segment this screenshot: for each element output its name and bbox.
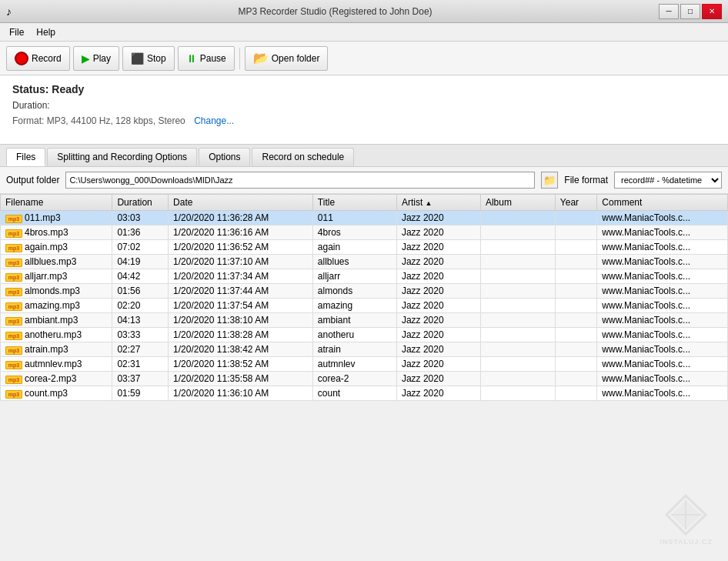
cell-filename: mp3011.mp3 [1,211,112,225]
col-header-album[interactable]: Album [480,195,555,211]
col-header-comment[interactable]: Comment [597,195,728,211]
pause-button[interactable]: ⏸ Pause [178,46,235,71]
cell-filename: mp34bros.mp3 [1,225,112,240]
stop-button[interactable]: ⬛ Stop [122,46,175,71]
cell-year [555,255,597,269]
menu-help[interactable]: Help [30,25,62,39]
cell-comment: www.ManiacTools.c... [597,211,728,225]
mp3-icon: mp3 [5,288,22,296]
cell-comment: www.ManiacTools.c... [597,386,728,401]
cell-filename: mp3ambiant.mp3 [1,313,112,328]
files-toolbar: Output folder 📁 File format record## - %… [0,167,728,194]
cell-comment: www.ManiacTools.c... [597,313,728,328]
cell-artist: Jazz 2020 [396,372,480,386]
mp3-icon: mp3 [5,244,22,252]
cell-artist: Jazz 2020 [396,313,480,328]
tab-options[interactable]: Options [199,148,250,166]
browse-folder-button[interactable]: 📁 [541,172,558,189]
cell-year [555,328,597,342]
stop-label: Stop [147,53,166,64]
minimize-button[interactable]: ─ [659,4,679,19]
cell-title: again [312,240,396,255]
cell-duration: 03:33 [112,328,169,342]
file-format-label: File format [564,175,608,185]
output-folder-label: Output folder [6,175,59,185]
col-header-filename[interactable]: Filename [1,195,112,211]
maximize-button[interactable]: □ [680,4,700,19]
table-row[interactable]: mp3anotheru.mp3 03:33 1/20/2020 11:38:28… [1,328,728,342]
mp3-icon: mp3 [5,390,22,399]
cell-comment: www.ManiacTools.c... [597,269,728,284]
tab-schedule[interactable]: Record on schedule [252,148,354,166]
file-table-body: mp3011.mp3 03:03 1/20/2020 11:36:28 AM 0… [1,211,728,401]
col-header-title[interactable]: Title [312,195,396,211]
table-row[interactable]: mp3almonds.mp3 01:56 1/20/2020 11:37:44 … [1,284,728,299]
cell-duration: 01:59 [112,386,169,401]
record-button[interactable]: Record [6,46,70,71]
cell-date: 1/20/2020 11:37:10 AM [169,255,313,269]
folder-icon: 📂 [253,51,269,65]
table-row[interactable]: mp3011.mp3 03:03 1/20/2020 11:36:28 AM 0… [1,211,728,225]
cell-album [480,372,555,386]
cell-year [555,386,597,401]
col-header-year[interactable]: Year [555,195,597,211]
cell-date: 1/20/2020 11:36:28 AM [169,211,313,225]
mp3-icon: mp3 [5,317,22,326]
cell-title: ambiant [312,313,396,328]
cell-comment: www.ManiacTools.c... [597,342,728,357]
col-header-artist[interactable]: Artist ▲ [396,195,480,211]
table-row[interactable]: mp3again.mp3 07:02 1/20/2020 11:36:52 AM… [1,240,728,255]
record-icon [15,52,28,65]
cell-album [480,299,555,313]
col-header-duration[interactable]: Duration [112,195,169,211]
table-row[interactable]: mp3alljarr.mp3 04:42 1/20/2020 11:37:34 … [1,269,728,284]
tab-files[interactable]: Files [6,148,45,166]
col-header-date[interactable]: Date [169,195,313,211]
cell-year [555,211,597,225]
open-folder-button[interactable]: 📂 Open folder [245,46,329,71]
table-row[interactable]: mp3amazing.mp3 02:20 1/20/2020 11:37:54 … [1,299,728,313]
toolbar-separator [239,48,240,69]
play-button[interactable]: ▶ Play [73,46,119,71]
cell-duration: 04:19 [112,255,169,269]
table-row[interactable]: mp3autmnlev.mp3 02:31 1/20/2020 11:38:52… [1,357,728,372]
file-format-select[interactable]: record## - %datetime record## - %title r… [614,172,722,189]
cell-artist: Jazz 2020 [396,328,480,342]
mp3-icon: mp3 [5,332,22,340]
cell-title: 4bros [312,225,396,240]
table-row[interactable]: mp3atrain.mp3 02:27 1/20/2020 11:38:42 A… [1,342,728,357]
tab-splitting[interactable]: Splitting and Recording Options [47,148,197,166]
record-label: Record [32,53,62,64]
cell-comment: www.ManiacTools.c... [597,284,728,299]
table-row[interactable]: mp3count.mp3 01:59 1/20/2020 11:36:10 AM… [1,386,728,401]
cell-comment: www.ManiacTools.c... [597,255,728,269]
table-row[interactable]: mp3corea-2.mp3 03:37 1/20/2020 11:35:58 … [1,372,728,386]
cell-comment: www.ManiacTools.c... [597,372,728,386]
cell-year [555,225,597,240]
cell-album [480,357,555,372]
cell-artist: Jazz 2020 [396,299,480,313]
close-button[interactable]: ✕ [702,4,722,19]
cell-comment: www.ManiacTools.c... [597,225,728,240]
cell-filename: mp3count.mp3 [1,386,112,401]
mp3-icon: mp3 [5,229,22,238]
cell-album [480,313,555,328]
status-area: Status: Ready Duration: Format: MP3, 441… [0,75,728,145]
mp3-icon: mp3 [5,215,22,223]
cell-title: count [312,386,396,401]
cell-title: 011 [312,211,396,225]
cell-date: 1/20/2020 11:36:16 AM [169,225,313,240]
status-title: Status: Ready [12,83,716,95]
cell-duration: 04:13 [112,313,169,328]
cell-artist: Jazz 2020 [396,342,480,357]
menu-file[interactable]: File [3,25,30,39]
cell-year [555,313,597,328]
cell-title: autmnlev [312,357,396,372]
cell-year [555,342,597,357]
cell-filename: mp3autmnlev.mp3 [1,357,112,372]
change-link[interactable]: Change... [194,115,234,126]
table-row[interactable]: mp3allblues.mp3 04:19 1/20/2020 11:37:10… [1,255,728,269]
table-row[interactable]: mp34bros.mp3 01:36 1/20/2020 11:36:16 AM… [1,225,728,240]
output-path-input[interactable] [65,172,535,189]
table-row[interactable]: mp3ambiant.mp3 04:13 1/20/2020 11:38:10 … [1,313,728,328]
